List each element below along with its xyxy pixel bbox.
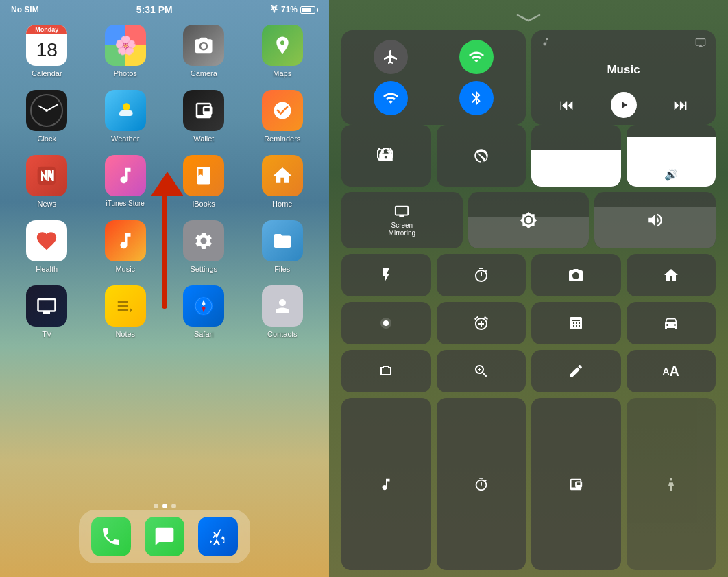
svg-point-1	[123, 103, 130, 110]
app-music[interactable]: Music	[93, 220, 159, 273]
app-health[interactable]: Health	[14, 220, 80, 273]
app-files[interactable]: Files	[250, 220, 316, 273]
contacts-label: Contacts	[267, 330, 297, 338]
accessibility-button[interactable]	[627, 398, 716, 570]
safari-label: Safari	[194, 330, 214, 338]
bluetooth-icon: ⛧	[270, 5, 278, 14]
calendar-label: Calendar	[32, 69, 62, 78]
homekit-button[interactable]	[627, 254, 716, 296]
play-button[interactable]	[611, 92, 637, 118]
app-photos[interactable]: 🌸 Photos	[93, 25, 159, 78]
volume-slider[interactable]: 🔊	[627, 125, 716, 187]
app-calendar[interactable]: Monday 18 Calendar	[14, 25, 80, 78]
app-news[interactable]: News	[14, 155, 80, 208]
brightness-slider[interactable]: ☀	[531, 125, 621, 187]
phone-panel: No SIM 5:31 PM ⛧ 71% Monday 18 Calendar …	[0, 0, 329, 577]
dot-1	[154, 504, 158, 508]
dot-2-active	[162, 504, 167, 508]
dot-3	[171, 504, 176, 508]
dock-phone[interactable]	[91, 517, 131, 556]
airplane-button[interactable]	[374, 40, 408, 74]
status-bar: No SIM 5:31 PM ⛧ 71%	[0, 0, 329, 18]
do-not-disturb-button[interactable]	[437, 125, 526, 187]
app-camera[interactable]: Camera	[171, 25, 237, 78]
health-label: Health	[36, 265, 58, 273]
control-center: Music ⏮ ⏭ ☀	[329, 0, 728, 577]
stopwatch-button[interactable]	[437, 398, 526, 570]
cc-chevron[interactable]	[341, 14, 716, 22]
app-tv[interactable]: TV	[14, 285, 80, 338]
text-size-button[interactable]: A A	[627, 350, 716, 392]
volume-button[interactable]	[594, 192, 716, 248]
app-contacts[interactable]: Contacts	[250, 285, 316, 338]
app-settings[interactable]: Settings	[171, 220, 237, 273]
app-notes[interactable]: Notes	[93, 285, 159, 338]
prev-button[interactable]: ⏮	[559, 96, 574, 114]
maps-label: Maps	[273, 69, 291, 78]
flashlight-button[interactable]	[341, 254, 431, 296]
tv-label: TV	[42, 330, 51, 338]
voice-memo-button[interactable]	[341, 302, 431, 344]
svg-point-9	[383, 320, 389, 326]
battery-icon	[300, 6, 318, 14]
bluetooth-button[interactable]	[459, 81, 494, 115]
app-home[interactable]: Home	[250, 155, 316, 208]
timer-button[interactable]	[437, 254, 526, 296]
notes-label: Notes	[115, 330, 135, 338]
orientation-lock-button[interactable]	[341, 125, 431, 187]
home-label: Home	[272, 200, 292, 208]
app-wallet[interactable]: Wallet	[171, 90, 237, 143]
status-right: ⛧ 71%	[270, 5, 318, 14]
music-recognition-button[interactable]	[341, 398, 431, 570]
app-weather[interactable]: Weather	[93, 90, 159, 143]
arrow-head	[151, 172, 184, 196]
alarm-button[interactable]	[437, 302, 526, 344]
app-itunes[interactable]: iTunes Store	[93, 155, 159, 208]
dock	[79, 510, 250, 563]
weather-label: Weather	[111, 134, 139, 143]
maps-drive-button[interactable]	[627, 302, 716, 344]
app-safari[interactable]: Safari	[171, 285, 237, 338]
carrier-label: No SIM	[11, 5, 39, 14]
itunes-label: iTunes Store	[106, 200, 145, 207]
time-label: 5:31 PM	[136, 4, 173, 15]
airplay-icon	[695, 37, 706, 48]
arrow-shaft	[162, 185, 167, 309]
files-label: Files	[274, 265, 290, 273]
screen-mirroring-button[interactable]: ScreenMirroring	[341, 192, 463, 248]
camera-quick-button[interactable]	[531, 254, 621, 296]
screen-mirroring-label: ScreenMirroring	[389, 222, 415, 237]
wallet-label: Wallet	[193, 134, 214, 143]
photos-label: Photos	[114, 69, 137, 78]
music-widget-title: Music	[541, 63, 706, 77]
wallet-quick-button[interactable]	[531, 398, 621, 570]
calculator-button[interactable]	[531, 302, 621, 344]
cellular-button[interactable]	[459, 40, 494, 74]
connectivity-block	[341, 30, 526, 125]
battery-quick-button[interactable]	[341, 350, 431, 392]
clock-label: Clock	[37, 134, 56, 143]
settings-label: Settings	[190, 265, 217, 273]
next-button[interactable]: ⏭	[673, 96, 688, 114]
magnifier-button[interactable]	[437, 350, 526, 392]
music-widget: Music ⏮ ⏭	[531, 30, 716, 125]
wifi-button[interactable]	[374, 81, 408, 115]
battery-percent: 71%	[281, 5, 298, 14]
dock-appstore[interactable]	[198, 517, 238, 556]
page-dots	[0, 504, 329, 508]
camera-label: Camera	[191, 69, 217, 78]
app-clock[interactable]: Clock	[14, 90, 80, 143]
notes-quick-button[interactable]	[531, 350, 621, 392]
news-label: News	[37, 200, 56, 208]
music-label: Music	[115, 265, 135, 273]
brightness-button[interactable]	[468, 192, 590, 248]
ibooks-label: iBooks	[193, 200, 215, 208]
svg-point-0	[202, 44, 207, 49]
app-maps[interactable]: Maps	[250, 25, 316, 78]
reminders-label: Reminders	[264, 134, 300, 143]
dock-messages[interactable]	[145, 517, 184, 556]
app-reminders[interactable]: Reminders	[250, 90, 316, 143]
